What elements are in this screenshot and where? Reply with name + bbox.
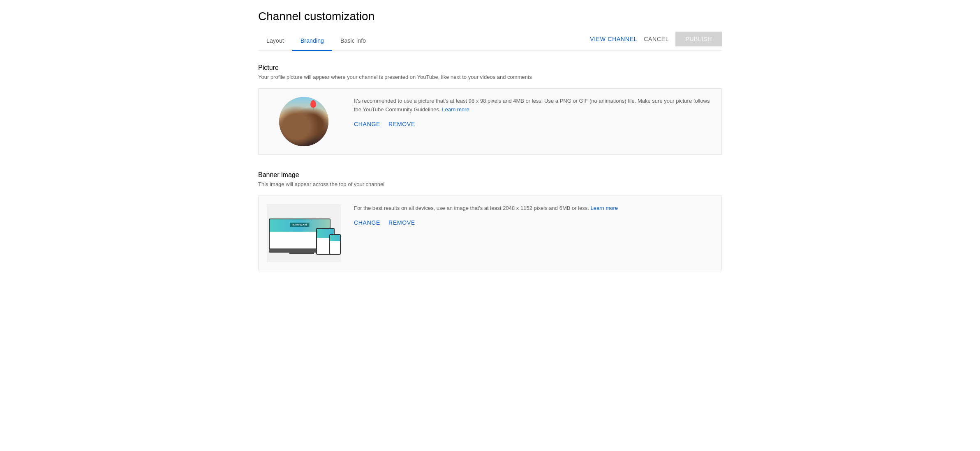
publish-button[interactable]: PUBLISH — [675, 32, 722, 46]
picture-section-body: It's recommended to use a picture that's… — [258, 88, 722, 155]
picture-remove-button[interactable]: REMOVE — [388, 121, 415, 127]
banner-preview: MAHNOZAIN — [267, 204, 341, 262]
banner-info-text: For the best results on all devices, use… — [354, 204, 713, 213]
cancel-button[interactable]: CANCEL — [644, 36, 669, 42]
balloon-decoration — [310, 100, 316, 108]
picture-info-text: It's recommended to use a picture that's… — [354, 97, 713, 114]
profile-circle-inner — [279, 97, 328, 146]
picture-change-button[interactable]: CHANGE — [354, 121, 380, 127]
banner-devices: MAHNOZAIN — [269, 206, 339, 260]
banner-action-buttons: CHANGE REMOVE — [354, 219, 713, 226]
picture-learn-more-link[interactable]: Learn more — [442, 106, 469, 113]
tab-basic-info[interactable]: Basic info — [332, 32, 374, 51]
picture-section-info: It's recommended to use a picture that's… — [354, 97, 713, 127]
view-channel-button[interactable]: VIEW CHANNEL — [590, 36, 637, 42]
tabs: Layout Branding Basic info — [258, 31, 374, 51]
content: Picture Your profile picture will appear… — [258, 51, 722, 270]
banner-section-title: Banner image — [258, 171, 722, 179]
tab-layout[interactable]: Layout — [258, 32, 292, 51]
top-bar: Layout Branding Basic info VIEW CHANNEL … — [258, 31, 722, 51]
banner-learn-more-link[interactable]: Learn more — [591, 205, 618, 211]
profile-picture — [279, 97, 328, 146]
picture-section: Picture Your profile picture will appear… — [258, 64, 722, 155]
laptop-banner-text: MAHNOZAIN — [290, 223, 309, 227]
picture-preview — [267, 97, 341, 146]
laptop-stand — [289, 253, 314, 254]
banner-section-desc: This image will appear across the top of… — [258, 181, 722, 187]
phone-banner — [330, 235, 340, 241]
banner-change-button[interactable]: CHANGE — [354, 219, 380, 226]
picture-section-title: Picture — [258, 64, 722, 71]
banner-remove-button[interactable]: REMOVE — [388, 219, 415, 226]
banner-section: Banner image This image will appear acro… — [258, 171, 722, 270]
page-container: Channel customization Layout Branding Ba… — [245, 0, 735, 297]
banner-section-info: For the best results on all devices, use… — [354, 204, 713, 226]
tab-branding[interactable]: Branding — [292, 32, 332, 51]
banner-section-body: MAHNOZAIN — [258, 196, 722, 270]
picture-section-desc: Your profile picture will appear where y… — [258, 74, 722, 80]
top-actions: VIEW CHANNEL CANCEL PUBLISH — [590, 32, 722, 51]
picture-action-buttons: CHANGE REMOVE — [354, 121, 713, 127]
phone-device — [329, 234, 341, 255]
page-title: Channel customization — [258, 10, 722, 23]
phone-screen — [330, 235, 340, 254]
